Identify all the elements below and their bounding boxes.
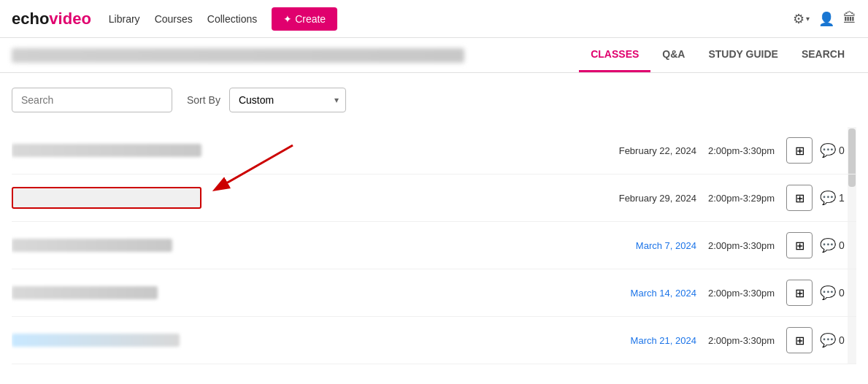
sort-select[interactable]: Custom Date Title — [229, 88, 346, 112]
class-title-area — [12, 187, 260, 209]
top-navigation: echovideo Library Courses Collections ✦ … — [0, 0, 868, 38]
sort-select-wrapper: Custom Date Title ▾ — [229, 88, 346, 112]
class-title-area — [12, 144, 260, 157]
class-title-blurred — [12, 286, 158, 299]
nav-links: Library Courses Collections — [109, 13, 257, 25]
user-profile-button[interactable]: 👤 — [818, 11, 834, 27]
media-grid-icon: ⊞ — [795, 239, 804, 253]
media-grid-icon: ⊞ — [795, 144, 804, 158]
class-title-area — [12, 286, 260, 299]
class-title-area — [12, 239, 260, 252]
comment-area: 💬 1 — [820, 190, 856, 206]
class-media-button[interactable]: ⊞ — [786, 280, 813, 306]
class-title-blurred — [12, 144, 201, 157]
class-date: March 7, 2024 — [260, 240, 696, 251]
class-media-button[interactable]: ⊞ — [786, 232, 813, 258]
nav-courses[interactable]: Courses — [155, 13, 193, 25]
comment-icon: 💬 — [820, 142, 836, 158]
table-row: March 7, 2024 2:00pm-3:30pm ⊞ 💬 0 — [12, 222, 856, 269]
class-list-container: February 22, 2024 2:00pm-3:30pm ⊞ 💬 0 — [12, 127, 856, 364]
media-grid-icon: ⊞ — [795, 286, 804, 300]
comment-icon: 💬 — [820, 285, 836, 301]
settings-button[interactable]: ⚙ ▾ — [793, 11, 810, 27]
comment-count: 0 — [839, 334, 845, 346]
create-button[interactable]: ✦ Create — [272, 7, 337, 31]
class-media-button[interactable]: ⊞ — [786, 327, 813, 353]
class-time: 2:00pm-3:30pm — [708, 145, 775, 156]
tab-study-guide[interactable]: STUDY GUIDE — [696, 38, 789, 72]
class-time: 2:00pm-3:30pm — [708, 240, 775, 251]
banner-area: CLASSES Q&A STUDY GUIDE SEARCH — [0, 38, 868, 73]
comment-area: 💬 0 — [820, 237, 856, 253]
class-date: March 14, 2024 — [260, 288, 696, 299]
user-icon: 👤 — [818, 11, 834, 27]
comment-count: 0 — [839, 145, 845, 156]
comment-area: 💬 0 — [820, 332, 856, 348]
nav-right-icons: ⚙ ▾ 👤 🏛 — [793, 11, 856, 27]
building-icon: 🏛 — [843, 11, 856, 26]
building-button[interactable]: 🏛 — [843, 11, 856, 26]
table-row: February 29, 2024 2:00pm-3:29pm ⊞ 💬 1 — [12, 174, 856, 222]
media-grid-icon: ⊞ — [795, 334, 804, 347]
nav-library[interactable]: Library — [109, 13, 140, 25]
logo-video: video — [49, 9, 91, 28]
class-title-selected — [12, 187, 201, 209]
class-title-blurred — [12, 334, 180, 347]
class-media-button[interactable]: ⊞ — [786, 137, 813, 164]
main-content: Sort By Custom Date Title ▾ February 22,… — [0, 73, 868, 379]
logo: echovideo — [12, 9, 91, 28]
search-sort-bar: Sort By Custom Date Title ▾ — [12, 88, 856, 112]
tab-classes[interactable]: CLASSES — [579, 38, 650, 72]
comment-area: 💬 0 — [820, 142, 856, 158]
class-media-button[interactable]: ⊞ — [786, 185, 813, 211]
class-date: February 29, 2024 — [260, 193, 696, 204]
tab-search[interactable]: SEARCH — [790, 38, 856, 72]
search-input[interactable] — [12, 88, 172, 112]
class-date: March 21, 2024 — [260, 335, 696, 346]
gear-icon: ⚙ — [793, 11, 804, 27]
table-row: March 21, 2024 2:00pm-3:30pm ⊞ 💬 0 — [12, 317, 856, 364]
nav-collections[interactable]: Collections — [207, 13, 257, 25]
comment-count: 0 — [839, 287, 845, 299]
class-time: 2:00pm-3:30pm — [708, 335, 775, 346]
comment-icon: 💬 — [820, 190, 836, 206]
tab-bar: CLASSES Q&A STUDY GUIDE SEARCH — [579, 38, 856, 72]
class-title-area — [12, 334, 260, 347]
comment-icon: 💬 — [820, 237, 836, 253]
class-title-blurred — [12, 239, 172, 252]
comment-area: 💬 0 — [820, 285, 856, 301]
banner-title-blurred — [12, 48, 464, 63]
comment-count: 0 — [839, 239, 845, 251]
logo-echo: echo — [12, 9, 49, 28]
sort-by-label: Sort By — [187, 94, 220, 106]
class-time: 2:00pm-3:30pm — [708, 288, 775, 299]
table-row: March 14, 2024 2:00pm-3:30pm ⊞ 💬 0 — [12, 269, 856, 317]
class-time: 2:00pm-3:29pm — [708, 193, 775, 204]
gear-dropdown-icon: ▾ — [806, 15, 810, 23]
comment-count: 1 — [839, 192, 845, 204]
class-date: February 22, 2024 — [260, 145, 696, 156]
tab-qa[interactable]: Q&A — [650, 38, 696, 72]
comment-icon: 💬 — [820, 332, 836, 348]
table-row: February 22, 2024 2:00pm-3:30pm ⊞ 💬 0 — [12, 127, 856, 174]
media-grid-icon: ⊞ — [795, 191, 804, 205]
